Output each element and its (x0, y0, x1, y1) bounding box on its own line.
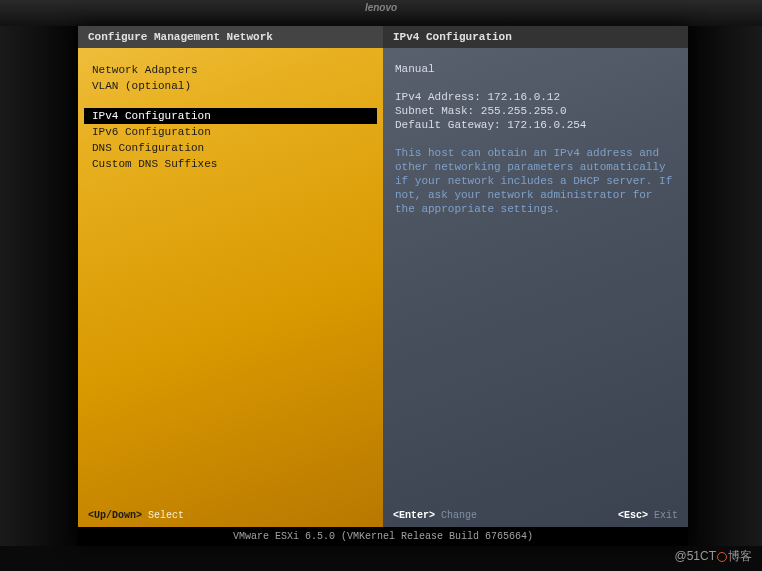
monitor-brand: lenovo (0, 0, 762, 26)
watermark-text-suffix: 博客 (728, 549, 752, 563)
footer-action-exit: Exit (654, 510, 678, 521)
default-gateway-value: 172.16.0.254 (507, 119, 586, 131)
main-area: Configure Management Network Network Ada… (78, 26, 688, 527)
footer-key-updown: <Up/Down> (88, 510, 142, 521)
menu-section: Network Adapters VLAN (optional) IPv4 Co… (78, 48, 383, 172)
footer-action-select: Select (148, 510, 184, 521)
right-footer: <Enter> Change <Esc> Exit (383, 504, 688, 527)
right-panel: IPv4 Configuration Manual IPv4 Address: … (383, 26, 688, 527)
default-gateway-label: Default Gateway: (395, 119, 501, 131)
description-text: This host can obtain an IPv4 address and… (395, 146, 676, 216)
config-mode: Manual (395, 62, 676, 76)
subnet-mask-line: Subnet Mask: 255.255.255.0 (395, 104, 676, 118)
menu-item-dns-configuration[interactable]: DNS Configuration (88, 140, 373, 156)
right-content: Manual IPv4 Address: 172.16.0.12 Subnet … (383, 48, 688, 230)
left-panel: Configure Management Network Network Ada… (78, 26, 383, 527)
footer-hint-enter: <Enter> Change (393, 510, 477, 521)
screen: Configure Management Network Network Ada… (78, 26, 688, 546)
menu-item-vlan[interactable]: VLAN (optional) (88, 78, 373, 94)
menu-item-ipv4-configuration[interactable]: IPv4 Configuration (84, 108, 377, 124)
ipv4-address-line: IPv4 Address: 172.16.0.12 (395, 90, 676, 104)
subnet-mask-value: 255.255.255.0 (481, 105, 567, 117)
watermark-text-prefix: @51CT (674, 549, 716, 563)
ipv4-address-value: 172.16.0.12 (487, 91, 560, 103)
bezel-left (0, 26, 78, 546)
bezel-right (688, 26, 762, 546)
right-panel-title: IPv4 Configuration (383, 26, 688, 48)
left-footer: <Up/Down> Select (78, 504, 383, 527)
status-bar: VMware ESXi 6.5.0 (VMKernel Release Buil… (78, 527, 688, 546)
default-gateway-line: Default Gateway: 172.16.0.254 (395, 118, 676, 132)
menu-item-custom-dns-suffixes[interactable]: Custom DNS Suffixes (88, 156, 373, 172)
circle-icon (717, 552, 727, 562)
monitor-frame: lenovo Configure Management Network Netw… (0, 0, 762, 571)
ipv4-address-label: IPv4 Address: (395, 91, 481, 103)
footer-key-esc: <Esc> (618, 510, 648, 521)
footer-action-change: Change (441, 510, 477, 521)
left-panel-title: Configure Management Network (78, 26, 383, 48)
watermark: @51CT博客 (674, 548, 752, 565)
subnet-mask-label: Subnet Mask: (395, 105, 474, 117)
menu-gap (88, 94, 373, 108)
menu-item-network-adapters[interactable]: Network Adapters (88, 62, 373, 78)
footer-key-enter: <Enter> (393, 510, 435, 521)
menu-item-ipv6-configuration[interactable]: IPv6 Configuration (88, 124, 373, 140)
footer-hint-esc: <Esc> Exit (618, 510, 678, 521)
